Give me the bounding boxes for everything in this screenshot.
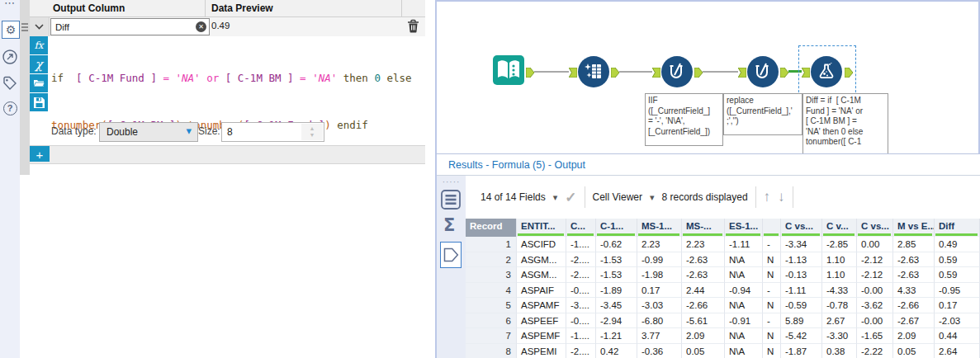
table-cell[interactable]: -0.... xyxy=(566,283,596,299)
table-cell[interactable]: -1.98 xyxy=(637,267,682,283)
output-anchor[interactable] xyxy=(611,66,619,81)
input-anchor[interactable] xyxy=(569,66,577,81)
clear-field-icon[interactable]: ✕ xyxy=(196,21,206,32)
size-spinner[interactable]: ▲ ▼ xyxy=(301,124,323,140)
annotation-mff1[interactable]: IIF([_CurrentField_]= '-', 'N\A',[_Curre… xyxy=(645,93,723,146)
table-cell[interactable]: -0.95 xyxy=(935,283,980,299)
table-cell[interactable]: -4.33 xyxy=(822,283,857,299)
column-header[interactable]: C... xyxy=(566,219,596,237)
open-expression-button[interactable] xyxy=(30,74,48,92)
table-cell[interactable]: ASGM... xyxy=(517,267,566,283)
table-cell[interactable]: N\A xyxy=(725,344,763,358)
connection-3[interactable] xyxy=(703,71,738,73)
fields-dropdown[interactable]: 14 of 14 Fields xyxy=(481,191,546,203)
table-cell[interactable]: -0.00 xyxy=(857,283,893,299)
table-cell[interactable]: ASPEMI xyxy=(517,344,566,358)
table-cell[interactable]: -1.89 xyxy=(596,283,637,299)
column-header[interactable]: M vs E... xyxy=(893,219,935,237)
table-cell[interactable]: N xyxy=(763,298,781,313)
table-cell[interactable]: -2.12 xyxy=(857,267,893,283)
row-number-cell[interactable]: 8 xyxy=(466,344,517,358)
table-cell[interactable]: -0.62 xyxy=(596,237,637,252)
table-cell[interactable]: ASPEMF xyxy=(517,328,566,344)
table-cell[interactable]: 0.59 xyxy=(935,252,980,268)
collapse-expression-button[interactable] xyxy=(30,17,50,36)
apply-check-icon[interactable]: ✓ xyxy=(565,189,576,206)
table-cell[interactable]: N xyxy=(763,344,781,358)
column-header[interactable] xyxy=(763,219,781,237)
configuration-tab[interactable]: ⚙ xyxy=(2,21,20,39)
table-cell[interactable]: 0.38 xyxy=(822,344,857,358)
table-cell[interactable]: N xyxy=(763,328,781,344)
table-cell[interactable]: -2.66 xyxy=(893,298,935,313)
row-number-cell[interactable]: 1 xyxy=(466,237,517,252)
expression-editor[interactable]: fx χ if [ C-1M Fund ] = 'NA' or [ C-1M B… xyxy=(30,36,425,121)
table-cell[interactable]: -2.22 xyxy=(857,344,893,358)
table-cell[interactable]: 0.42 xyxy=(596,344,637,358)
table-cell[interactable]: 1.10 xyxy=(822,252,857,268)
navigate-icon[interactable] xyxy=(0,49,20,68)
table-cell[interactable]: 4.33 xyxy=(893,283,935,299)
table-cell[interactable]: -5.42 xyxy=(781,328,822,344)
table-cell[interactable]: -0.00 xyxy=(857,313,893,329)
table-cell[interactable]: 2.67 xyxy=(822,313,857,329)
table-cell[interactable]: -1.53 xyxy=(596,252,637,268)
column-header[interactable]: MS-1... xyxy=(637,219,682,237)
table-cell[interactable]: -0.91 xyxy=(725,313,763,329)
size-input[interactable]: 8 ▲ ▼ xyxy=(221,122,324,142)
table-cell[interactable]: 2.23 xyxy=(682,237,725,252)
row-number-cell[interactable]: 6 xyxy=(466,313,517,329)
input-data-tool[interactable] xyxy=(493,55,524,88)
cell-viewer-dropdown[interactable]: Cell Viewer xyxy=(593,191,642,203)
table-cell[interactable]: N xyxy=(763,252,781,268)
row-number-cell[interactable]: 4 xyxy=(466,283,517,299)
output-anchor[interactable] xyxy=(845,66,853,81)
row-number-cell[interactable]: 2 xyxy=(466,252,517,268)
functions-button[interactable]: fx xyxy=(30,36,48,54)
table-cell[interactable]: -1.87 xyxy=(781,344,822,358)
table-cell[interactable]: N\A xyxy=(725,267,763,283)
multi-field-formula-tool-4[interactable] xyxy=(747,56,779,87)
table-rows-view-button[interactable] xyxy=(440,189,462,214)
table-cell[interactable]: -0.78 xyxy=(822,298,857,313)
table-cell[interactable]: -3.34 xyxy=(781,237,822,252)
connection-1[interactable] xyxy=(534,71,569,73)
input-anchor[interactable] xyxy=(802,66,810,81)
table-cell[interactable]: -1.65 xyxy=(857,328,893,344)
column-header[interactable]: MS-... xyxy=(682,219,725,237)
table-cell[interactable]: 0.49 xyxy=(935,237,980,252)
table-cell[interactable]: N\A xyxy=(725,328,763,344)
table-cell[interactable]: -2.03 xyxy=(935,313,980,329)
row-number-cell[interactable]: 7 xyxy=(466,328,517,344)
table-cell[interactable]: -3.62 xyxy=(857,298,893,313)
table-cell[interactable]: -0.36 xyxy=(637,344,682,358)
table-cell[interactable]: -1.... xyxy=(566,237,596,252)
table-cell[interactable]: -2.63 xyxy=(893,252,935,268)
record-column-header[interactable]: Record xyxy=(466,219,517,237)
table-cell[interactable]: 5.89 xyxy=(781,313,822,329)
table-cell[interactable]: 2.09 xyxy=(893,328,935,344)
table-cell[interactable]: - xyxy=(763,283,781,299)
table-cell[interactable]: 0.17 xyxy=(935,298,980,313)
tag-icon[interactable] xyxy=(0,75,20,95)
table-cell[interactable]: - xyxy=(763,313,781,329)
delete-expression-button[interactable] xyxy=(407,19,419,35)
table-cell[interactable]: -2.... xyxy=(566,267,596,283)
annotation-mff2[interactable]: replace([_CurrentField_],';','') xyxy=(723,93,802,135)
table-cell[interactable]: -0.94 xyxy=(725,283,763,299)
help-icon[interactable]: ? xyxy=(0,100,20,115)
data-cleansing-tool[interactable] xyxy=(578,56,609,87)
table-cell[interactable]: 0.00 xyxy=(857,237,893,252)
column-header[interactable]: C-1... xyxy=(596,219,637,237)
table-cell[interactable]: -2.63 xyxy=(682,267,725,283)
table-cell[interactable]: -2.63 xyxy=(893,267,935,283)
table-cell[interactable]: 2.09 xyxy=(682,328,725,344)
column-header[interactable]: Diff xyxy=(935,219,980,237)
table-cell[interactable]: N xyxy=(763,267,781,283)
table-cell[interactable]: -2.67 xyxy=(893,313,935,329)
variables-button[interactable]: χ xyxy=(30,55,48,73)
table-cell[interactable]: - xyxy=(763,237,781,252)
row-number-cell[interactable]: 3 xyxy=(466,267,517,283)
column-header[interactable]: C vs... xyxy=(857,219,893,237)
table-cell[interactable]: -0.59 xyxy=(781,298,822,313)
